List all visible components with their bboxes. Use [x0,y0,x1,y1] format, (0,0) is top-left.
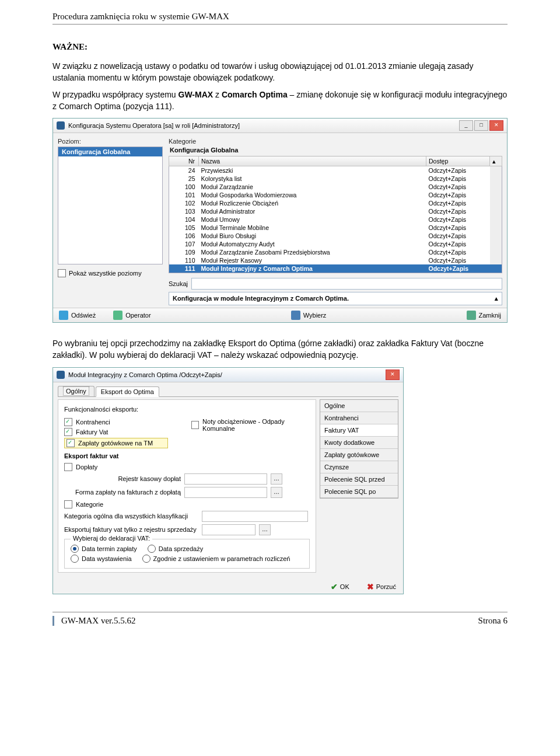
radio-zgodnie-z-ustawieniem[interactable]: Zgodnie z ustawieniem w parametrach rozl… [142,555,290,563]
radio-label: Zgodnie z ustawieniem w parametrach rozl… [153,555,290,562]
paragraph-2: Po wybraniu tej opcji przechodzimy na za… [52,337,508,361]
checkbox-icon [64,428,72,436]
operator-icon [113,311,123,320]
table-row[interactable]: 101Moduł Gospodarka WodomierzowaOdczyt+Z… [169,191,502,199]
table-row[interactable]: 25Kolorystyka listOdczyt+Zapis [169,175,502,183]
sidetab-ogólne[interactable]: Ogólne [320,400,398,412]
vat-declaration-fieldset: Wybieraj do deklaracji VAT: Data termin … [64,539,310,569]
config-grid[interactable]: Nr Nazwa Dostęp ▴ 24PrzywieszkiOdczyt+Za… [169,156,502,273]
close-button[interactable]: ✕ [386,370,400,380]
close-window-button[interactable]: Zamknij [467,311,502,320]
kategoria-input[interactable] [202,511,308,522]
refresh-button[interactable]: Odśwież [59,311,96,320]
sidetab-kontrahenci[interactable]: Kontrahenci [320,412,398,424]
checkbox-icon [64,418,72,426]
col-nr[interactable]: Nr [169,156,199,166]
cb-zaplaty-gotowkowe-tm[interactable]: Zapłaty gotówkowe na TM [64,438,168,448]
scroll-up-icon[interactable]: ▴ [490,156,502,166]
picker-button[interactable]: … [271,473,282,485]
sidetab-kwoty-dodatkowe[interactable]: Kwoty dodatkowe [320,437,398,449]
radio-data-sprzedazy[interactable]: Data sprzedaży [148,545,203,553]
sidetab-czynsze[interactable]: Czynsze [320,461,398,473]
show-all-levels-checkbox[interactable]: Pokaż wszystkie poziomy [58,269,163,277]
cell-dostep: Odczyt+Zapis [426,240,490,248]
cell-nr: 109 [169,248,199,256]
cell-dostep: Odczyt+Zapis [426,166,490,175]
col-dostep[interactable]: Dostęp [426,156,490,166]
picker-button[interactable]: … [271,487,282,498]
lbl-forma: Forma zapłaty na fakturach z dopłatą [64,489,181,496]
cell-nr: 106 [169,232,199,240]
table-row[interactable]: 111Moduł Integracyjny z Comarch OptimaOd… [169,264,502,273]
cb-label: Faktury Vat [76,428,108,436]
ok-label: OK [340,583,349,590]
rejestr-input[interactable] [184,473,267,485]
forma-input[interactable] [184,487,267,498]
cell-nazwa: Moduł Rejestr Kasowy [199,256,426,264]
scroll-up-icon[interactable]: ▴ [495,295,498,302]
table-row[interactable]: 102Moduł Rozliczenie ObciążeńOdczyt+Zapi… [169,199,502,207]
cell-dostep: Odczyt+Zapis [426,264,490,273]
search-input[interactable] [191,278,502,290]
sidetab-zapłaty-gotówkowe[interactable]: Zapłaty gotówkowe [320,449,398,461]
table-row[interactable]: 106Moduł Biuro ObsługiOdczyt+Zapis [169,232,502,240]
cb-faktury-vat[interactable]: Faktury Vat [64,428,168,436]
level-selected-item[interactable]: Konfiguracja Globalna [58,147,162,156]
cell-nazwa: Moduł Umowy [199,215,426,224]
cell-dostep: Odczyt+Zapis [426,232,490,240]
cancel-label: Porzuć [376,583,396,590]
table-row[interactable]: 110Moduł Rejestr KasowyOdczyt+Zapis [169,256,502,264]
close-button[interactable]: ✕ [489,120,503,131]
cell-dostep: Odczyt+Zapis [426,224,490,232]
table-row[interactable]: 103Moduł AdministratorOdczyt+Zapis [169,207,502,215]
table-row[interactable]: 107Moduł Automatyczny AudytOdczyt+Zapis [169,240,502,248]
lbl-kategoria-ogolna: Kategoria ogólna dla wszystkich klasyfik… [64,513,198,520]
x-icon: ✖ [367,582,374,591]
close-icon [467,311,476,320]
cb-doplaty[interactable]: Dopłaty [64,463,310,471]
cell-nazwa: Moduł Administrator [199,207,426,215]
lbl-rejestr: Rejestr kasowy dopłat [64,475,181,482]
col-nazwa[interactable]: Nazwa [199,156,426,166]
cb-noty-obciazeniowe[interactable]: Noty obciążeniowe - Odpady Komunalne [191,418,310,432]
lbl-eksportuj-rejestr: Eksportuj faktury vat tylko z rejestru s… [64,526,198,533]
cancel-button[interactable]: ✖Porzuć [367,582,396,591]
sidetab-faktury-vat[interactable]: Faktury VAT [320,424,398,437]
radio-label: Data wystawienia [82,555,132,562]
table-row[interactable]: 24PrzywieszkiOdczyt+Zapis [169,166,502,175]
pick-icon [291,311,300,320]
radio-data-termin-zaplaty[interactable]: Data termin zapłaty [71,545,137,553]
minimize-button[interactable]: _ [459,120,473,131]
maximize-button[interactable]: □ [474,120,488,131]
p1b-pre: W przypadku współpracy systemu [52,90,178,99]
cell-dostep: Odczyt+Zapis [426,175,490,183]
cell-scroll [490,191,502,199]
ok-button[interactable]: ✔OK [331,582,349,591]
picker-button[interactable]: … [259,524,271,535]
level-listbox[interactable]: Konfiguracja Globalna [58,147,163,264]
cb-kategorie[interactable]: Kategorie [64,500,310,508]
table-row[interactable]: 100Moduł ZarządzanieOdczyt+Zapis [169,183,502,191]
cell-nazwa: Moduł Zarządzanie Zasobami Przedsiębiors… [199,248,426,256]
integration-titlebar: Moduł Integracyjny z Comarch Optima /Odc… [53,368,403,382]
radio-data-wystawienia[interactable]: Data wystawienia [71,555,132,563]
cell-nr: 100 [169,183,199,191]
rejestr-sprzedazy-input[interactable] [202,524,256,535]
sidetab-polecenie-sql-przed[interactable]: Polecenie SQL przed [320,473,398,486]
cb-kontrahenci[interactable]: Kontrahenci [64,418,168,426]
tab-ogólny[interactable]: Ogólny [58,386,94,396]
sidetab-polecenie-sql-po[interactable]: Polecenie SQL po [320,486,398,498]
table-row[interactable]: 105Moduł Terminale MobilneOdczyt+Zapis [169,224,502,232]
show-all-label: Pokaż wszystkie poziomy [69,270,142,277]
tabs-top: OgólnyEksport do Optima [58,386,398,397]
cell-nr: 101 [169,191,199,199]
cell-scroll [490,175,502,183]
tab-eksport-do-optima[interactable]: Eksport do Optima [96,386,159,397]
radio-label: Data termin zapłaty [82,545,137,552]
gear-icon [57,371,65,379]
operator-button[interactable]: Operator [113,311,150,320]
checkbox-icon [191,421,199,429]
table-row[interactable]: 104Moduł UmowyOdczyt+Zapis [169,215,502,224]
pick-button[interactable]: Wybierz [291,311,327,320]
table-row[interactable]: 109Moduł Zarządzanie Zasobami Przedsiębi… [169,248,502,256]
